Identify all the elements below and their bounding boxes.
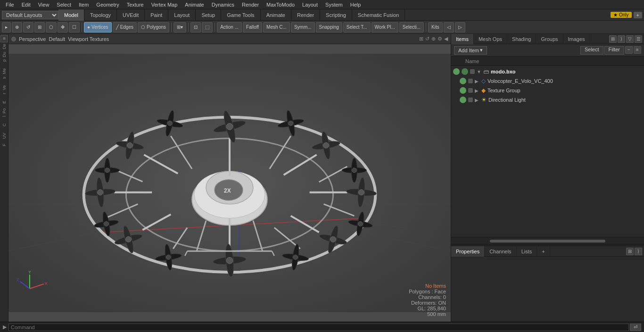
mode-dropdown[interactable]: ⊞▾ <box>173 22 186 32</box>
star-only-button[interactable]: ★ Only <box>611 12 631 18</box>
mesh-button[interactable]: Mesh C... <box>263 22 290 32</box>
menu-dynamics[interactable]: Dynamics <box>208 0 238 9</box>
left-label-de[interactable]: De <box>2 43 7 50</box>
menu-file[interactable]: File <box>2 0 18 9</box>
list-item-modo-bxo[interactable]: ▼ 🗃 modo.bxo <box>451 67 644 76</box>
tab-mesh-ops[interactable]: Mesh Ops <box>474 34 507 44</box>
workplane-button[interactable]: Work Pl... <box>372 22 398 32</box>
left-label-e[interactable]: E <box>2 100 7 105</box>
tab-lists[interactable]: Lists <box>517 246 537 257</box>
left-label-l[interactable]: l <box>2 115 7 118</box>
tool-icon7[interactable]: ☐ <box>69 22 80 32</box>
left-btn-1[interactable]: ⊞ <box>0 35 8 42</box>
vp-icon-back[interactable]: ◀ <box>444 36 448 42</box>
prop-icon-1[interactable]: ⊞ <box>626 248 634 255</box>
add-workspace-button[interactable]: + <box>634 12 642 18</box>
menu-select[interactable]: Select <box>53 0 75 9</box>
tool-select[interactable]: ▸ <box>2 22 11 32</box>
menu-geometry[interactable]: Geometry <box>92 0 123 9</box>
kits-button[interactable]: Kits <box>428 22 443 32</box>
vis-btn-volo[interactable] <box>460 78 466 84</box>
viewport-toggle-left[interactable]: ◁ <box>444 22 454 32</box>
vp-icon-zoom[interactable]: ⊕ <box>431 36 436 42</box>
snapping-button[interactable]: Snapping <box>316 22 342 32</box>
viewport-default-label[interactable]: Default <box>49 36 65 42</box>
left-label-c[interactable]: C <box>2 122 7 128</box>
left-label-f[interactable]: F <box>2 143 7 147</box>
command-execute-button[interactable]: ⏎ <box>630 324 641 331</box>
menu-layout[interactable]: Layout <box>298 0 322 9</box>
viewport-textures-label[interactable]: Viewport Textures <box>68 36 109 42</box>
tab-model[interactable]: Model <box>58 9 84 21</box>
viewport-toggle-right[interactable]: ▷ <box>455 22 465 32</box>
tab-game-tools[interactable]: Game Tools <box>221 9 261 21</box>
component-edges[interactable]: ╱ Edges <box>113 22 137 32</box>
left-label-r[interactable]: r <box>2 92 7 95</box>
panel-icon-3[interactable]: ▽ <box>626 35 634 43</box>
items-arrow-btn[interactable]: ≡ <box>634 46 641 54</box>
tool-scale[interactable]: ⊞ <box>34 22 45 32</box>
tab-groups[interactable]: Groups <box>536 34 563 44</box>
vp-icon-grid[interactable]: ⊞ <box>419 36 423 42</box>
menu-render[interactable]: Render <box>238 0 263 9</box>
vis-btn-tex[interactable] <box>460 87 466 94</box>
left-label-p[interactable]: p <box>2 58 7 63</box>
tab-animate[interactable]: Animate <box>261 9 291 21</box>
vis-btn2-modo[interactable] <box>462 68 468 75</box>
selection-button[interactable]: Selecti... <box>399 22 424 32</box>
tab-layout[interactable]: Layout <box>168 9 196 21</box>
vis-btn-modo[interactable] <box>453 68 460 75</box>
panel-icon-4[interactable]: ☰ <box>635 35 642 43</box>
tab-plus[interactable]: + <box>537 246 550 257</box>
vis-btn2-volo[interactable] <box>468 79 473 83</box>
left-label-dup[interactable]: Du <box>2 51 7 58</box>
expand-modo[interactable]: ▼ <box>477 69 481 74</box>
items-select-button[interactable]: Select <box>580 46 603 55</box>
items-filter-button[interactable]: Filter <box>604 46 624 55</box>
menu-maxtomodo[interactable]: MaxToModo <box>263 0 298 9</box>
tab-setup[interactable]: Setup <box>196 9 221 21</box>
vis-btn-light[interactable] <box>460 97 466 103</box>
panel-icon-1[interactable]: ⊞ <box>609 35 617 43</box>
tab-uvedit[interactable]: UVEdit <box>117 9 145 21</box>
menu-system[interactable]: System <box>322 0 347 9</box>
viewport[interactable]: Perspective Default Viewport Textures ⊞ … <box>8 34 451 322</box>
tab-schematic-fusion[interactable]: Schematic Fusion <box>352 9 405 21</box>
action-button[interactable]: Action ... <box>217 22 242 32</box>
toggle-1[interactable]: ⊡ <box>190 22 201 32</box>
menu-animate[interactable]: Animate <box>181 0 207 9</box>
vp-icon-settings[interactable]: ⚙ <box>438 36 442 42</box>
viewport-perspective-label[interactable]: Perspective <box>19 36 46 42</box>
tab-channels[interactable]: Channels <box>485 246 516 257</box>
left-label-ver[interactable]: Ve <box>2 84 7 91</box>
list-item-texture-group[interactable]: ▶ ◆ Texture Group <box>458 86 644 95</box>
tab-render[interactable]: Render <box>291 9 320 21</box>
tool-transform[interactable]: ⊕ <box>12 22 22 32</box>
add-item-button[interactable]: Add Item ▾ <box>454 46 487 55</box>
vp-icon-rotate[interactable]: ↺ <box>425 36 429 42</box>
tab-topology[interactable]: Topology <box>84 9 117 21</box>
expand-tex[interactable]: ▶ <box>475 88 479 93</box>
panel-scrollbar[interactable] <box>490 240 605 243</box>
prop-icon-2[interactable]: ⟩ <box>635 248 642 255</box>
bottom-arrow[interactable]: ▶ <box>3 324 7 330</box>
vis-btn2-light[interactable] <box>468 97 473 102</box>
layout-select[interactable]: Default Layouts <box>2 11 58 19</box>
left-label-mes[interactable]: Me <box>2 67 7 75</box>
panel-icon-2[interactable]: ⟩ <box>618 35 625 43</box>
command-input[interactable] <box>8 324 629 331</box>
component-polygons[interactable]: ⬡ Polygons <box>138 22 169 32</box>
viewport-canvas[interactable]: 2X <box>8 44 451 322</box>
expand-volo[interactable]: ▶ <box>475 79 479 84</box>
tool-icon6[interactable]: ✥ <box>58 22 68 32</box>
tab-items[interactable]: Items <box>451 34 474 44</box>
menu-item[interactable]: Item <box>75 0 92 9</box>
tab-scripting[interactable]: Scripting <box>320 9 352 21</box>
tool-icon5[interactable]: ⬡ <box>46 22 57 32</box>
vis-btn3-modo[interactable] <box>470 69 475 74</box>
menu-texture[interactable]: Texture <box>123 0 148 9</box>
symmetry-button[interactable]: Symm... <box>291 22 315 32</box>
menu-edit[interactable]: Edit <box>18 0 34 9</box>
tab-shading[interactable]: Shading <box>507 34 536 44</box>
falloff-button[interactable]: Falloff <box>243 22 262 32</box>
